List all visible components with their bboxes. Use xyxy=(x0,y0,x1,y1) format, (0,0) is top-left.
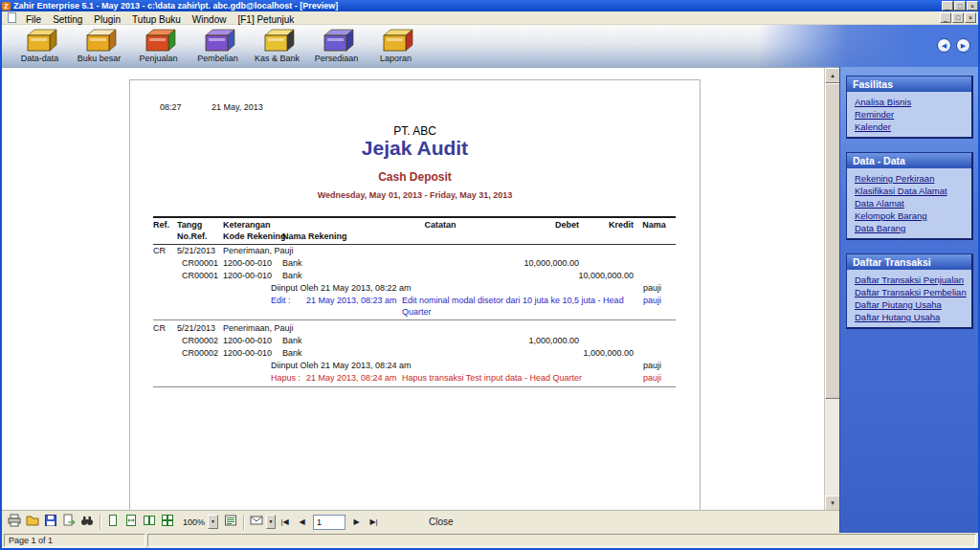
kas-bank-icon xyxy=(258,27,297,54)
menu-plugin[interactable]: Plugin xyxy=(88,14,126,25)
cell-audit-datetime: 21 May 2013, 08:23 am xyxy=(306,295,397,307)
scrollbar-thumb[interactable] xyxy=(825,83,839,399)
sidebar-item-data-barang[interactable]: Data Barang xyxy=(847,222,971,234)
print-button[interactable] xyxy=(222,514,239,531)
toolbar-penjualan[interactable]: Penjualan xyxy=(130,27,187,63)
view-page-width-button[interactable] xyxy=(122,514,140,531)
toolbar-kas-bank[interactable]: Kas & Bank xyxy=(249,27,305,63)
prev-page-button[interactable]: ◀ xyxy=(294,514,310,531)
cell-rekening: Bank xyxy=(282,270,302,282)
mdi-restore-button[interactable]: □ xyxy=(952,12,964,23)
header-keterangan: Keterangan xyxy=(223,220,271,230)
panel-header-daftar-transaksi[interactable]: Daftar Transaksi xyxy=(847,254,971,270)
next-page-button[interactable]: ▶ xyxy=(348,514,365,531)
toolbar-data-data[interactable]: Data-data xyxy=(11,27,68,63)
menu-setting[interactable]: Setting xyxy=(47,14,88,25)
sidebar-item-daftar-transaksi-penjualan[interactable]: Daftar Transaksi Penjualan xyxy=(847,274,971,286)
scroll-up-button[interactable]: ▲ xyxy=(825,68,839,83)
toolbar-label: Penjualan xyxy=(139,54,177,63)
cell-debet: 10,000,000.00 xyxy=(469,257,579,270)
view-whole-page-button[interactable] xyxy=(104,514,122,531)
close-window-button[interactable]: × xyxy=(967,1,978,11)
nav-back-button[interactable]: ◀ xyxy=(937,38,951,53)
panel-body-daftar-transaksi: Daftar Transaksi PenjualanDaftar Transak… xyxy=(847,270,971,327)
sidebar-item-klasifikasi-data-alamat[interactable]: Klasifikasi Data Alamat xyxy=(847,185,971,197)
zoom-select[interactable]: 100% ▼ xyxy=(180,514,218,530)
sidebar-item-analisa-bisnis[interactable]: Analisa Bisnis xyxy=(847,96,971,108)
sidebar-panels: FasilitasAnalisa BisnisReminderKalenderD… xyxy=(840,76,978,329)
scroll-down-button[interactable]: ▼ xyxy=(825,495,839,510)
chevron-down-icon[interactable]: ▼ xyxy=(208,515,218,529)
toolbar-persediaan[interactable]: Persediaan xyxy=(308,27,365,63)
header-row-1: Ref. Tangg Keterangan Catatan Debet Kred… xyxy=(153,220,676,231)
page-number-input[interactable] xyxy=(313,515,345,530)
sidebar-item-daftar-hutang-usaha[interactable]: Daftar Hutang Usaha xyxy=(847,311,971,323)
sidebar-item-data-alamat[interactable]: Data Alamat xyxy=(847,197,971,209)
nav-forward-button[interactable]: ▶ xyxy=(956,38,970,53)
table-row-detail: CR000011200-00-010Bank10,000,000.00 xyxy=(153,257,676,270)
table-row-detail: CR000011200-00-010Bank10,000,000.00 xyxy=(153,270,676,282)
restore-button[interactable]: □ xyxy=(954,1,966,11)
thumbnails-icon xyxy=(161,514,174,530)
sidebar-item-kalender[interactable]: Kalender xyxy=(847,121,971,133)
menu-window[interactable]: Window xyxy=(187,14,233,25)
minimize-button[interactable]: _ xyxy=(942,1,953,11)
close-button[interactable]: Close xyxy=(419,514,463,531)
floppy-icon xyxy=(44,514,57,530)
menu-f1-petunjuk[interactable]: [F1] Petunjuk xyxy=(232,14,300,25)
cell-user: pauji xyxy=(643,360,661,372)
panel-header-data-data[interactable]: Data - Data xyxy=(847,153,971,168)
whole-page-icon xyxy=(106,514,120,530)
sidebar-item-rekening-perkiraan[interactable]: Rekening Perkiraan xyxy=(847,172,971,185)
toolbar-label: Persediaan xyxy=(315,54,359,63)
table-row-audit: Edit :21 May 2013, 08:23 amEdit nominal … xyxy=(153,295,676,318)
export-button[interactable] xyxy=(60,514,78,531)
sidebar-item-daftar-transaksi-pembelian[interactable]: Daftar Transaksi Pembelian xyxy=(847,286,971,298)
panel-data-data: Data - DataRekening PerkiraanKlasifikasi… xyxy=(846,152,973,240)
search-button[interactable] xyxy=(78,514,96,531)
vertical-scrollbar[interactable]: ▲ ▼ xyxy=(824,68,839,510)
toolbar-nav: ◀ ▶ xyxy=(937,38,970,53)
toolbar-pembelian[interactable]: Pembelian xyxy=(189,27,246,63)
header-nama-rekening: Nama Rekening xyxy=(282,231,347,241)
print-setup-button[interactable] xyxy=(6,514,23,531)
cell-no-ref: CR00002 xyxy=(182,347,218,360)
table-row-detail: CR000021200-00-010Bank1,000,000.00 xyxy=(153,335,676,347)
first-page-button[interactable]: |◀ xyxy=(277,514,293,531)
report-date: 21 May, 2013 xyxy=(212,102,263,112)
data-data-icon xyxy=(21,27,59,54)
app-window: Z Zahir Enterprise 5.1 - May 2013 - c:\d… xyxy=(0,0,980,550)
cell-audit-datetime: 21 May 2013, 08:24 am xyxy=(306,372,397,385)
cell-user: pauji xyxy=(643,295,661,307)
cell-rekening: Bank xyxy=(282,335,302,347)
cell-input-note: Diinput Oleh 21 May 2013, 08:24 am xyxy=(271,360,412,372)
header-kredit: Kredit xyxy=(526,220,634,230)
view-thumbnails-button[interactable] xyxy=(159,514,176,531)
email-export-button[interactable] xyxy=(248,514,265,531)
chevron-down-icon[interactable]: ▼ xyxy=(266,515,276,529)
last-page-button[interactable]: ▶| xyxy=(366,514,382,531)
green-printer-icon xyxy=(224,514,237,530)
cell-ref: CR xyxy=(153,322,166,335)
window-controls: _ □ × xyxy=(942,1,978,11)
sidebar-item-kelompok-barang[interactable]: Kelompok Barang xyxy=(847,209,971,222)
cell-date: 5/21/2013 xyxy=(177,322,215,335)
toolbar-buku-besar[interactable]: Buku besar xyxy=(71,27,127,63)
sidebar-item-reminder[interactable]: Reminder xyxy=(847,108,971,121)
sidebar-item-daftar-piutang-usaha[interactable]: Daftar Piutang Usaha xyxy=(847,298,971,311)
cell-ref: CR xyxy=(153,245,166,257)
menu-file[interactable]: File xyxy=(20,14,47,25)
statusbar: Page 1 of 1 xyxy=(2,533,978,548)
view-two-pages-button[interactable] xyxy=(141,514,158,531)
toolbar-laporan[interactable]: Laporan xyxy=(368,27,424,63)
mdi-close-button[interactable]: × xyxy=(965,12,976,23)
header-row-2: No.Ref. Kode Rekening Nama Rekening xyxy=(153,231,676,243)
menu-tutup-buku[interactable]: Tutup Buku xyxy=(126,14,187,25)
panel-header-fasilitas[interactable]: Fasilitas xyxy=(847,77,971,92)
save-button[interactable] xyxy=(42,514,59,531)
open-button[interactable] xyxy=(24,514,41,531)
report-title: Jejak Audit xyxy=(130,137,700,160)
cell-no-ref: CR00002 xyxy=(182,335,218,347)
mdi-minimize-button[interactable]: _ xyxy=(940,12,951,23)
header-kode-rekening: Kode Rekening xyxy=(223,231,286,241)
